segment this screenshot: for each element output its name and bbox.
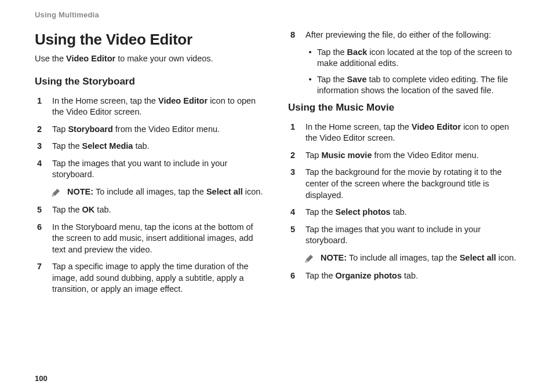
mstep-1: 1 In the Home screen, tap the Video Edit… xyxy=(288,122,518,144)
t-bold: Video Editor xyxy=(158,96,208,105)
t-bold: Storyboard xyxy=(68,124,112,134)
mstep-4: 4 Tap the Select photos tab. xyxy=(288,207,518,218)
mstep-5: 5 Tap the images that you want to includ… xyxy=(288,224,518,247)
note-label: NOTE: xyxy=(321,253,347,262)
t: In the Home screen, tap the xyxy=(52,96,158,105)
step-1: 1 In the Home screen, tap the Video Edit… xyxy=(35,96,265,118)
t: Tap the xyxy=(305,271,336,280)
note-label: NOTE: xyxy=(67,187,93,196)
step-8: 8 After previewing the file, do either o… xyxy=(288,30,518,41)
music-movie-heading: Using the Music Movie xyxy=(288,101,518,115)
step-7: 7 Tap a specific image to apply the time… xyxy=(35,261,265,295)
step-number: 6 xyxy=(288,270,305,282)
t: from the Video Editor menu. xyxy=(113,124,220,134)
intro-post: to make your own videos. xyxy=(115,54,213,63)
step-number: 4 xyxy=(35,158,52,181)
t-bold: Select photos xyxy=(336,207,391,217)
running-header: Using Multimedia xyxy=(35,10,518,19)
step-number: 4 xyxy=(288,207,305,218)
t: Tap xyxy=(52,124,68,134)
intro-bold: Video Editor xyxy=(66,54,115,63)
step-text: Tap Storyboard from the Video Editor men… xyxy=(52,124,265,135)
right-column: 8 After previewing the file, do either o… xyxy=(288,30,518,301)
step-5: 5 Tap the OK tab. xyxy=(35,204,265,216)
step-text: In the Home screen, tap the Video Editor… xyxy=(305,122,518,144)
step-text: Tap a specific image to apply the time d… xyxy=(52,261,265,295)
bullet-dot: • xyxy=(303,47,317,69)
step-number: 1 xyxy=(288,122,305,144)
t: Tap the xyxy=(317,75,347,84)
step-number: 1 xyxy=(35,96,52,118)
music-movie-steps-cont: 6 Tap the Organize photos tab. xyxy=(288,270,518,282)
bullet-2: • Tap the Save tab to complete video edi… xyxy=(303,74,518,97)
t: Tap xyxy=(305,151,321,160)
t: tab. xyxy=(402,271,418,280)
step-text: Tap the Organize photos tab. xyxy=(305,270,518,282)
t: Tap the xyxy=(305,207,336,217)
mstep-2: 2 Tap Music movie from the Video Editor … xyxy=(288,150,518,162)
step-number: 6 xyxy=(35,222,52,256)
t: icon. xyxy=(496,253,516,262)
two-column-layout: Using the Video Editor Use the Video Edi… xyxy=(35,30,518,301)
bullet-1: • Tap the Back icon located at the top o… xyxy=(303,47,518,69)
step-text: Tap the OK tab. xyxy=(52,204,265,216)
step-number: 7 xyxy=(35,261,52,295)
note-text: NOTE: To include all images, tap the Sel… xyxy=(321,252,518,264)
t: from the Video Editor menu. xyxy=(372,151,478,160)
step-number: 3 xyxy=(35,141,52,152)
step-text: After previewing the file, do either of … xyxy=(305,30,518,41)
t-bold: Save xyxy=(347,75,367,84)
pencil-note-icon xyxy=(303,253,315,265)
t: icon. xyxy=(243,187,263,196)
t-bold: Select all xyxy=(460,253,496,262)
note-block: NOTE: To include all images, tap the Sel… xyxy=(50,186,265,199)
step-number: 5 xyxy=(288,224,305,247)
storyboard-steps: 1 In the Home screen, tap the Video Edit… xyxy=(35,96,265,181)
step-text: Tap the background for the movie by rota… xyxy=(305,167,518,201)
storyboard-steps-cont: 5 Tap the OK tab. 6 In the Storyboard me… xyxy=(35,204,265,295)
document-page: Using Multimedia Using the Video Editor … xyxy=(0,0,553,392)
t: tab. xyxy=(94,205,111,214)
intro-text: Use the Video Editor to make your own vi… xyxy=(35,53,265,65)
step-number: 2 xyxy=(288,150,305,162)
intro-pre: Use the xyxy=(35,54,66,63)
t-bold: Video Editor xyxy=(412,122,461,131)
step-text: Tap the Select photos tab. xyxy=(305,207,518,218)
step-text: In the Storyboard menu, tap the icons at… xyxy=(52,222,265,256)
step-6: 6 In the Storyboard menu, tap the icons … xyxy=(35,222,265,256)
step-text: Tap the images that you want to include … xyxy=(305,224,518,247)
t: tab. xyxy=(391,207,407,217)
step-text: Tap the Select Media tab. xyxy=(52,141,265,152)
step-number: 2 xyxy=(35,124,52,135)
t: tab. xyxy=(133,141,149,151)
note-text: NOTE: To include all images, tap the Sel… xyxy=(67,186,265,198)
step-text: Tap the images that you want to include … xyxy=(52,158,265,181)
t: Tap the xyxy=(52,141,82,151)
step-2: 2 Tap Storyboard from the Video Editor m… xyxy=(35,124,265,135)
t: Tap the xyxy=(52,205,82,214)
step-number: 3 xyxy=(288,167,305,201)
note-block: NOTE: To include all images, tap the Sel… xyxy=(303,252,518,265)
t: To include all images, tap the xyxy=(347,253,460,262)
t-bold: Select Media xyxy=(82,141,133,151)
t-bold: Back xyxy=(347,47,368,57)
pencil-note-icon xyxy=(50,187,61,199)
music-movie-steps: 1 In the Home screen, tap the Video Edit… xyxy=(288,122,518,247)
left-column: Using the Video Editor Use the Video Edi… xyxy=(35,30,265,301)
step-text: In the Home screen, tap the Video Editor… xyxy=(52,96,265,118)
page-number: 100 xyxy=(35,374,48,383)
bullet-text: Tap the Back icon located at the top of … xyxy=(317,47,518,69)
t-bold: Music movie xyxy=(321,151,372,160)
storyboard-steps-right: 8 After previewing the file, do either o… xyxy=(288,30,518,41)
mstep-3: 3 Tap the background for the movie by ro… xyxy=(288,167,518,201)
t: To include all images, tap the xyxy=(93,187,206,196)
storyboard-heading: Using the Storyboard xyxy=(35,75,265,89)
t-bold: OK xyxy=(82,205,95,214)
t-bold: Organize photos xyxy=(336,271,402,280)
bullet-dot: • xyxy=(303,74,317,97)
page-title: Using the Video Editor xyxy=(35,30,265,50)
step-4: 4 Tap the images that you want to includ… xyxy=(35,158,265,181)
bullet-text: Tap the Save tab to complete video editi… xyxy=(317,74,518,97)
t-bold: Select all xyxy=(206,187,243,196)
mstep-6: 6 Tap the Organize photos tab. xyxy=(288,270,518,282)
